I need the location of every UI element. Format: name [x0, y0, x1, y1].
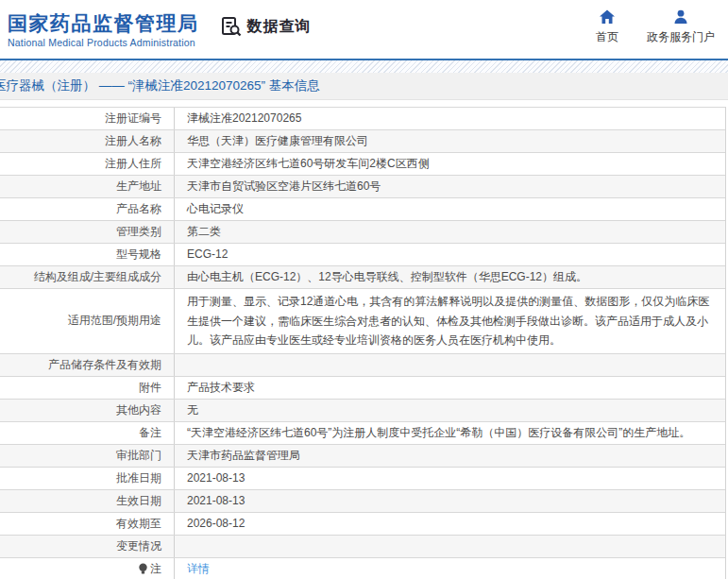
page-title: 医疗器械（注册） —— “津械注准20212070265” 基本信息 [0, 77, 320, 94]
row-value: 天津市自贸试验区空港片区纬七道60号 [175, 176, 725, 197]
note-label: 注 [150, 558, 161, 579]
table-row: 有效期至 2026-08-12 [0, 513, 725, 536]
bulb-icon [138, 563, 148, 575]
table-row: 批准日期 2021-08-13 [0, 468, 725, 490]
table-row: 审批部门 天津市药品监督管理局 [0, 445, 725, 468]
row-value: 由心电主机（ECG-12）、12导心电导联线、控制型软件（华思ECG-12）组成… [175, 266, 725, 288]
row-label: 产品储存条件及有效期 [0, 354, 175, 376]
table-row: 结构及组成/主要组成成分 由心电主机（ECG-12）、12导心电导联线、控制型软… [0, 266, 725, 289]
table-row: 产品名称 心电记录仪 [0, 198, 725, 221]
row-label: 注册证编号 [0, 108, 175, 129]
table-row: 适用范围/预期用途 用于测量、显示、记录12通道心电，其含有的算法解释说明以及提… [0, 289, 725, 354]
table-row: 注册人名称 华思（天津）医疗健康管理有限公司 [0, 130, 725, 153]
row-label: 注册人住所 [0, 153, 175, 175]
table-row: 型号规格 ECG-12 [0, 244, 725, 266]
row-value: “天津空港经济区纬七道60号”为注册人制度中受托企业“希勒（中国）医疗设备有限公… [175, 422, 725, 444]
nav-home[interactable]: 首页 [596, 9, 618, 45]
data-query-label: 数据查询 [247, 17, 312, 37]
table-row: 管理类别 第二类 [0, 221, 725, 244]
row-label: 附件 [0, 377, 175, 399]
table-row: 注 详情 [0, 558, 725, 579]
row-value: 华思（天津）医疗健康管理有限公司 [175, 130, 725, 152]
row-value [175, 354, 725, 376]
row-value: 详情 [175, 558, 725, 579]
row-value: 用于测量、显示、记录12通道心电，其含有的算法解释说明以及提供的测量值、数据图形… [175, 289, 725, 353]
table-row: 产品储存条件及有效期 [0, 354, 725, 377]
data-query-section[interactable]: 数据查询 [220, 15, 312, 38]
row-value: 产品技术要求 [175, 377, 725, 399]
row-label: 有效期至 [0, 513, 175, 535]
row-label: 备注 [0, 422, 175, 444]
row-value: 2026-08-12 [175, 513, 725, 535]
row-value: 2021-08-13 [175, 468, 725, 489]
home-icon [599, 9, 616, 26]
row-label: 适用范围/预期用途 [0, 289, 175, 353]
row-label: 变更情况 [0, 536, 175, 557]
nav-portal-label: 政务服务门户 [647, 29, 715, 45]
row-label: 生效日期 [0, 490, 175, 512]
row-label: 产品名称 [0, 198, 175, 220]
row-label: 审批部门 [0, 445, 175, 467]
table-row: 生效日期 2021-08-13 [0, 490, 725, 513]
table-row: 注册证编号 津械注准20212070265 [0, 108, 725, 130]
logo-subtitle: National Medical Products Administration [8, 37, 199, 48]
detail-link[interactable]: 详情 [187, 562, 210, 575]
row-label: 生产地址 [0, 176, 175, 197]
nav-home-label: 首页 [596, 29, 618, 45]
row-value: 无 [175, 400, 725, 421]
row-value [175, 536, 725, 557]
table-row: 生产地址 天津市自贸试验区空港片区纬七道60号 [0, 176, 725, 198]
row-label: 注 [0, 558, 175, 579]
row-label: 批准日期 [0, 468, 175, 489]
registration-info-table: 注册证编号 津械注准20212070265 注册人名称 华思（天津）医疗健康管理… [0, 107, 726, 579]
table-row: 其他内容 无 [0, 400, 725, 422]
table-row: 附件 产品技术要求 [0, 377, 725, 400]
row-label: 注册人名称 [0, 130, 175, 152]
row-label: 型号规格 [0, 244, 175, 265]
table-row: 变更情况 [0, 536, 725, 558]
breadcrumb-title-bar: 医疗器械（注册） —— “津械注准20212070265” 基本信息 [0, 73, 728, 100]
header-nav: 首页 政务服务门户 [596, 9, 715, 45]
row-label: 结构及组成/主要组成成分 [0, 266, 175, 288]
row-value: ECG-12 [175, 244, 725, 265]
row-value: 天津市药品监督管理局 [175, 445, 725, 467]
document-search-icon [220, 15, 243, 38]
row-value: 第二类 [175, 221, 725, 243]
row-value: 津械注准20212070265 [175, 108, 725, 129]
spacer [0, 100, 728, 107]
row-value: 心电记录仪 [175, 198, 725, 220]
table-row: 注册人住所 天津空港经济区纬七道60号研发车间2楼C区西侧 [0, 153, 725, 176]
table-row: 备注 “天津空港经济区纬七道60号”为注册人制度中受托企业“希勒（中国）医疗设备… [0, 422, 725, 445]
row-value: 2021-08-13 [175, 490, 725, 512]
row-value: 天津空港经济区纬七道60号研发车间2楼C区西侧 [175, 153, 725, 175]
nav-portal[interactable]: 政务服务门户 [647, 9, 715, 45]
nmpa-logo[interactable]: 国家药品监督管理局 National Medical Products Admi… [8, 12, 199, 48]
logo-title: 国家药品监督管理局 [8, 12, 199, 35]
hatched-band [0, 60, 728, 73]
row-label: 其他内容 [0, 400, 175, 421]
row-label: 管理类别 [0, 221, 175, 243]
user-icon [672, 9, 689, 26]
page-header: 国家药品监督管理局 National Medical Products Admi… [0, 0, 728, 59]
